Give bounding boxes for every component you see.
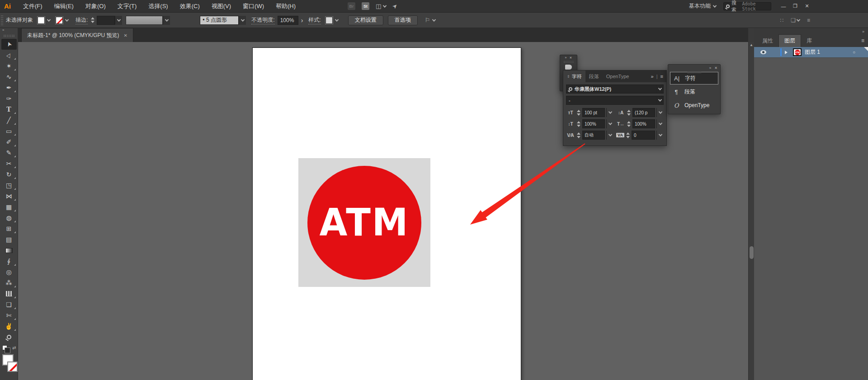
touch-workspace-icon[interactable]: ∷: [780, 17, 784, 23]
flyout-item-opentype[interactable]: O OpenType: [670, 99, 718, 112]
stroke-chevron-icon[interactable]: [65, 18, 69, 21]
fill-chevron-icon[interactable]: [47, 18, 51, 21]
leading-field[interactable]: (120 p: [632, 108, 655, 117]
paintbrush-tool[interactable]: ✐: [1, 136, 17, 147]
canvas-vscrollbar[interactable]: ▲: [748, 42, 754, 380]
pencil-tool[interactable]: ✎: [1, 147, 17, 158]
flyout-item-character[interactable]: A| 字符: [670, 72, 718, 84]
toolbar-grip[interactable]: [4, 35, 14, 37]
kerning-field[interactable]: 自动: [582, 131, 605, 140]
selection-tool[interactable]: ➤: [1, 39, 17, 50]
gradient-tool[interactable]: [1, 245, 17, 256]
menu-window[interactable]: 窗口(W): [237, 0, 270, 13]
atm-logo-circle[interactable]: ATM: [307, 166, 421, 280]
layer-target-icon[interactable]: ○: [853, 50, 855, 55]
style-chevron-icon[interactable]: [335, 18, 338, 21]
width-profile-dropdown[interactable]: [163, 16, 170, 25]
pen-tool[interactable]: ✒: [1, 82, 17, 93]
font-size-field[interactable]: 100 pt: [582, 108, 605, 117]
stroke-swatch-large[interactable]: [7, 361, 18, 372]
vertical-scale-dropdown[interactable]: [606, 119, 613, 128]
layer-name[interactable]: 图层 1: [805, 48, 820, 56]
default-fill-stroke-icon[interactable]: [2, 345, 7, 350]
font-size-dropdown[interactable]: [606, 108, 613, 117]
column-graph-tool[interactable]: [1, 288, 17, 299]
arrange-documents-chevron-icon[interactable]: [383, 4, 387, 7]
tab-opentype[interactable]: OpenType: [603, 70, 633, 82]
rectangle-tool[interactable]: ▭: [1, 126, 17, 136]
direct-selection-tool[interactable]: ▷: [1, 50, 17, 61]
style-swatch[interactable]: [326, 17, 333, 24]
vertical-scale-field[interactable]: 100%: [582, 119, 605, 128]
flyout-close-icon[interactable]: ✕: [714, 66, 717, 70]
vertical-scale-stepper[interactable]: [576, 121, 581, 127]
leading-dropdown[interactable]: [656, 108, 664, 117]
tab-layers[interactable]: 图层: [778, 34, 801, 47]
horizontal-scale-dropdown[interactable]: [656, 119, 664, 128]
minimize-button[interactable]: —: [778, 4, 789, 9]
close-button[interactable]: ✕: [801, 3, 813, 9]
share-icon[interactable]: ➤: [391, 2, 399, 10]
opacity-more-icon[interactable]: ›: [301, 17, 303, 24]
hand-tool[interactable]: ✌: [1, 321, 17, 332]
stroke-color-swatch[interactable]: [56, 17, 63, 24]
restore-button[interactable]: ❐: [789, 3, 801, 9]
blend-tool[interactable]: ◎: [1, 267, 17, 277]
eraser-tool[interactable]: ✂: [1, 158, 17, 169]
document-tab[interactable]: 未标题-1* @ 100% (CMYK/GPU 预览) ✕: [21, 28, 133, 42]
brush-definition-field[interactable]: • 5 点圆形: [200, 16, 239, 25]
brush-definition-dropdown[interactable]: [239, 16, 246, 25]
layer-expand-icon[interactable]: [785, 51, 788, 54]
tab-character[interactable]: ⇕ 字符: [563, 70, 585, 82]
eyedropper-tool[interactable]: ∮: [1, 256, 17, 267]
align-flag-icon[interactable]: ⚐: [425, 17, 430, 23]
menu-type[interactable]: 文字(T): [112, 0, 143, 13]
tracking-field[interactable]: 0: [632, 131, 655, 140]
menu-select[interactable]: 选择(S): [142, 0, 174, 13]
curvature-tool[interactable]: ✑: [1, 93, 17, 104]
leading-stepper[interactable]: [627, 110, 631, 116]
stock-search-input[interactable]: 搜索 Adobe Stock: [723, 2, 771, 10]
flyout-item-paragraph[interactable]: ¶ 段落: [670, 85, 718, 98]
layers-panel-body[interactable]: [754, 57, 868, 380]
stroke-weight-stepper[interactable]: [90, 17, 95, 23]
scroll-up-icon[interactable]: ▲: [750, 43, 753, 47]
stroke-weight-dropdown[interactable]: [115, 16, 122, 25]
menu-help[interactable]: 帮助(H): [270, 0, 302, 13]
tab-libraries[interactable]: 库: [801, 35, 817, 47]
scale-tool[interactable]: ◳: [1, 180, 17, 191]
kerning-stepper[interactable]: [576, 132, 581, 138]
layer-thumbnail[interactable]: ATM: [793, 48, 802, 56]
tab-paragraph[interactable]: 段落: [585, 70, 603, 82]
align-chevron-icon[interactable]: [432, 18, 436, 21]
stock-button[interactable]: St: [362, 2, 369, 10]
fill-color-swatch[interactable]: [38, 17, 45, 24]
menu-view[interactable]: 视图(V): [206, 0, 237, 13]
slice-tool[interactable]: ✄: [1, 310, 17, 321]
panel-menu-icon[interactable]: ≡: [861, 38, 864, 44]
horizontal-scale-field[interactable]: 100%: [632, 119, 655, 128]
controlbar-grip[interactable]: [1, 15, 3, 25]
vscrollbar-thumb[interactable]: [750, 246, 754, 259]
magic-wand-tool[interactable]: ✶: [1, 61, 17, 71]
bridge-button[interactable]: Br: [348, 2, 355, 10]
stroke-weight-field[interactable]: [97, 16, 115, 25]
font-style-field[interactable]: -: [566, 96, 664, 105]
shape-builder-tool[interactable]: ◍: [1, 212, 17, 223]
collapsed-panel-grip[interactable]: [564, 61, 574, 63]
opacity-field[interactable]: 100%: [278, 16, 298, 25]
tracking-stepper[interactable]: [626, 132, 630, 138]
document-close-icon[interactable]: ✕: [124, 33, 127, 38]
symbol-sprayer-tool[interactable]: ⁂: [1, 277, 17, 288]
perspective-grid-tool[interactable]: ⊞: [1, 223, 17, 234]
toolbar-collapse-icon[interactable]: »: [0, 28, 18, 33]
opacity-label[interactable]: 不透明度:: [251, 16, 274, 24]
layer-row[interactable]: ATM 图层 1 ○: [754, 47, 868, 57]
dock-arrange-icon[interactable]: ❏: [791, 17, 800, 23]
rotate-tool[interactable]: ↻: [1, 169, 17, 180]
collapsed-panel-icon[interactable]: [565, 65, 572, 70]
panel-more-icon[interactable]: »: [651, 74, 654, 79]
kerning-dropdown[interactable]: [606, 131, 613, 140]
style-label[interactable]: 样式:: [308, 16, 321, 24]
zoom-tool[interactable]: [1, 332, 17, 342]
